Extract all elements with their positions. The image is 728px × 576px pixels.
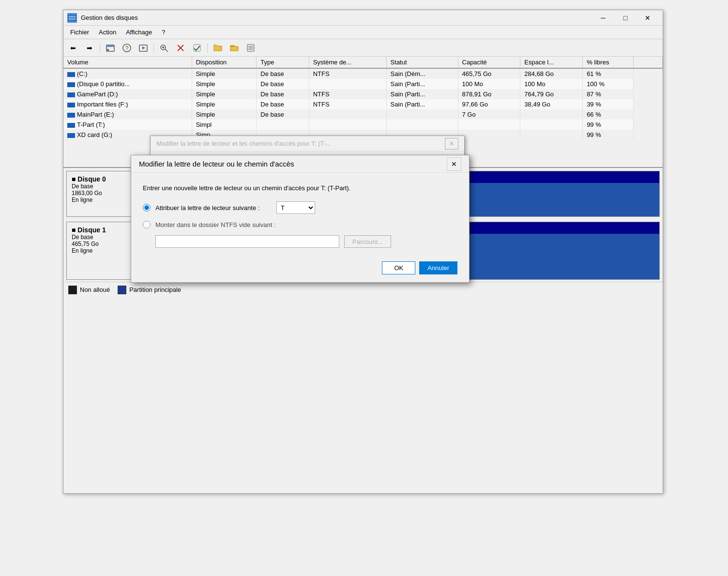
col-type[interactable]: Type	[257, 57, 309, 68]
vol-status: Sain (Parti...	[386, 89, 458, 99]
vol-name: (Disque 0 partitio...	[63, 79, 192, 89]
toolbar-help[interactable]: ?	[119, 41, 135, 55]
table-row[interactable]: (Disque 0 partitio...SimpleDe baseSain (…	[63, 79, 663, 89]
toolbar-separator-1	[100, 43, 100, 53]
minimize-button[interactable]: ─	[592, 10, 614, 26]
vol-name: (C:)	[63, 68, 192, 79]
table-row[interactable]: Important files (F:)SimpleDe baseNTFSSai…	[63, 99, 663, 109]
browse-button[interactable]: Parcourir...	[344, 235, 391, 248]
svg-rect-4	[106, 45, 114, 47]
vol-disp: Simple	[192, 99, 257, 109]
svg-line-11	[165, 49, 168, 52]
legend-primary-box	[118, 286, 126, 294]
toolbar-key[interactable]	[156, 41, 172, 55]
volume-icon	[67, 82, 75, 87]
dialog-drive-select[interactable]: T U V W	[276, 201, 315, 214]
disk0-info: ■ Disque 0 De base 1863,00 Go En ligne	[67, 171, 139, 216]
toolbar-properties[interactable]	[103, 41, 118, 55]
legend-primary-label: Partition principale	[129, 286, 181, 293]
table-row[interactable]: GamePart (D:)SimpleDe baseNTFSSain (Part…	[63, 89, 663, 99]
disk0-size: 1863,00 Go	[72, 190, 134, 197]
dialog-radio2-input[interactable]	[143, 221, 151, 228]
dialog-radio1-input[interactable]	[143, 204, 151, 212]
vol-pct: 100 %	[583, 79, 634, 89]
vol-type	[257, 120, 309, 130]
menu-help[interactable]: ?	[157, 27, 170, 38]
disk0-status: En ligne	[72, 197, 134, 203]
dialog-main: Modifier la lettre de lecteur ou le chem…	[131, 155, 470, 283]
vol-free	[520, 120, 583, 130]
menu-fichier[interactable]: Fichier	[65, 27, 94, 38]
toolbar-separator-3	[207, 43, 208, 53]
toolbar-forward[interactable]: ➡	[82, 41, 97, 55]
svg-marker-9	[142, 46, 145, 49]
svg-rect-1	[69, 16, 76, 17]
vol-pct: 66 %	[583, 109, 634, 120]
col-disposition[interactable]: Disposition	[192, 57, 257, 68]
dialog-ok-button[interactable]: OK	[382, 261, 415, 274]
table-row[interactable]: (C:)SimpleDe baseNTFSSain (Dém...465,75 …	[63, 68, 663, 79]
volume-icon	[67, 103, 75, 107]
dialog-main-titlebar: Modifier la lettre de lecteur ou le chem…	[131, 155, 469, 173]
vol-disp: Simpl	[192, 120, 257, 130]
vol-cap: 7 Go	[458, 109, 520, 120]
col-capacity[interactable]: Capacité	[458, 57, 520, 68]
col-statut[interactable]: Statut	[386, 57, 458, 68]
vol-status	[386, 109, 458, 120]
disk0-label: ■ Disque 0	[72, 175, 134, 183]
col-freespace[interactable]: Espace l...	[520, 57, 583, 68]
table-row[interactable]: MainPart (E:)SimpleDe base7 Go66 %	[63, 109, 663, 120]
vol-sys	[309, 79, 386, 89]
vol-type: De base	[257, 109, 309, 120]
disk1-info: ■ Disque 1 De base 465,75 Go En ligne	[67, 222, 139, 279]
vol-free	[520, 130, 583, 140]
volume-icon	[67, 123, 75, 128]
toolbar-delete[interactable]	[173, 41, 188, 55]
svg-rect-0	[68, 15, 76, 21]
svg-point-12	[162, 46, 164, 48]
vol-type: De base	[257, 89, 309, 99]
ntfs-path-input[interactable]	[155, 235, 339, 248]
vol-status: Sain (Parti...	[386, 99, 458, 109]
vol-status: Sain (Dém...	[386, 68, 458, 79]
vol-free: 100 Mo	[520, 79, 583, 89]
toolbar-check[interactable]	[189, 41, 205, 55]
legend-unallocated-box	[68, 286, 77, 294]
ntfs-path-row: Parcourir...	[155, 235, 457, 248]
dialog-main-close-btn[interactable]: ✕	[447, 157, 461, 171]
vol-pct: 39 %	[583, 99, 634, 109]
col-pct[interactable]: % libres	[583, 57, 634, 68]
vol-status: Sain (Parti...	[386, 79, 458, 89]
dialog-main-buttons: OK Annuler	[131, 256, 469, 282]
toolbar-folder-new[interactable]	[210, 41, 226, 55]
toolbar-back[interactable]: ⬅	[65, 41, 81, 55]
vol-disp: Simple	[192, 109, 257, 120]
close-button[interactable]: ✕	[637, 10, 659, 26]
menu-bar: Fichier Action Affichage ?	[63, 26, 663, 39]
vol-type: De base	[257, 68, 309, 79]
dialog-cancel-button[interactable]: Annuler	[419, 261, 457, 274]
disk1-status: En ligne	[72, 247, 134, 254]
vol-name: Important files (F:)	[63, 99, 192, 109]
dialog-main-description: Entrer une nouvelle lettre de lecteur ou…	[143, 184, 457, 192]
disk1-type: De base	[72, 234, 134, 241]
vol-cap: 100 Mo	[458, 79, 520, 89]
vol-cap: 97,66 Go	[458, 99, 520, 109]
col-volume[interactable]: Volume	[63, 57, 192, 68]
dialog-parent-close[interactable]: ✕	[445, 138, 458, 150]
svg-rect-15	[194, 45, 200, 51]
maximize-button[interactable]: □	[614, 10, 637, 26]
volume-icon	[67, 72, 75, 77]
window-title: Gestion des disques	[81, 14, 592, 21]
toolbar-folder-open[interactable]	[227, 41, 242, 55]
toolbar-play[interactable]	[136, 41, 151, 55]
toolbar-list[interactable]	[243, 41, 258, 55]
dialog-radio1-row: Attribuer la lettre de lecteur suivante …	[143, 201, 457, 214]
col-system[interactable]: Système de...	[309, 57, 386, 68]
table-row[interactable]: T-Part (T:)Simpl99 %	[63, 120, 663, 130]
menu-affichage[interactable]: Affichage	[121, 27, 157, 38]
toolbar-separator-2	[153, 43, 154, 53]
menu-action[interactable]: Action	[94, 27, 121, 38]
vol-pct: 61 %	[583, 68, 634, 79]
title-bar: Gestion des disques ─ □ ✕	[63, 10, 663, 26]
